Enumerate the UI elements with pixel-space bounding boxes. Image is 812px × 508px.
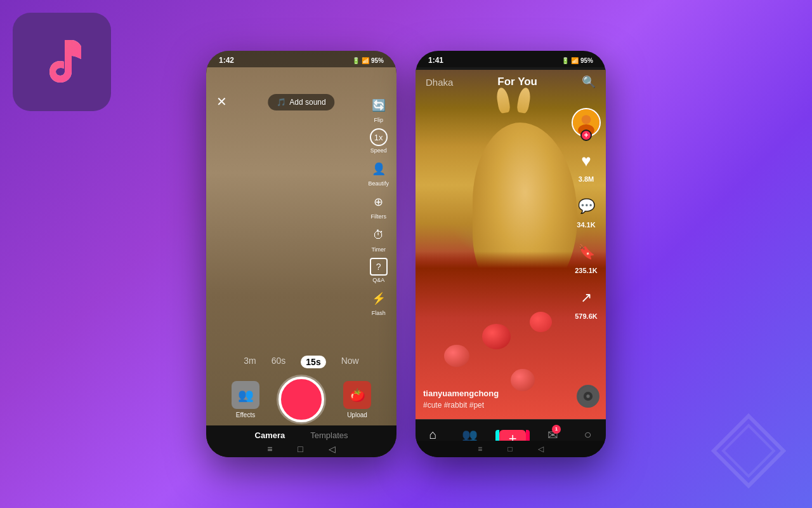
- filters-control[interactable]: ⊕ Filters: [369, 192, 389, 220]
- duration-3m[interactable]: 3m: [244, 356, 256, 368]
- feed-top-bar: Dhaka For You 🔍: [416, 70, 606, 94]
- beautify-label: Beautify: [368, 180, 389, 187]
- camera-battery: 95%: [371, 57, 384, 64]
- camera-phone: 1:42 🔋 📶 95% ✕ 🎵 Add sound 🔄 Flip 1x Sp: [206, 51, 396, 457]
- speed-label: Speed: [370, 147, 387, 154]
- effects-label: Effects: [236, 411, 255, 418]
- like-icon: ♥: [573, 147, 599, 174]
- menu-icon: ≡: [267, 444, 272, 454]
- timer-control[interactable]: ⏱ Timer: [369, 225, 389, 253]
- for-you-tab[interactable]: For You: [497, 76, 537, 88]
- feed-time: 1:41: [428, 56, 443, 65]
- record-area: 👥 Effects 🍅 Upload: [206, 377, 396, 422]
- username[interactable]: tianyuamengchong: [423, 389, 568, 398]
- share-action[interactable]: ↗ 579.6K: [573, 284, 599, 320]
- comment-icon: 💬: [573, 193, 599, 220]
- flip-control[interactable]: 🔄 Flip: [369, 95, 389, 123]
- video-info: tianyuamengchong #cute #rabbit #pet: [423, 389, 568, 410]
- timer-label: Timer: [371, 246, 386, 253]
- flash-control[interactable]: ⚡ Flash: [369, 288, 389, 316]
- duration-now[interactable]: Now: [341, 356, 359, 368]
- camera-status-icons: 🔋 📶 95%: [352, 57, 384, 64]
- comment-action[interactable]: 💬 34.1K: [573, 193, 599, 229]
- effects-button[interactable]: 👥 Effects: [232, 381, 259, 418]
- filters-icon: ⊕: [369, 192, 389, 212]
- templates-tab-label: Templates: [310, 431, 348, 440]
- close-button[interactable]: ✕: [216, 94, 227, 109]
- tomato-3: [511, 369, 535, 391]
- duration-selector: 3m 60s 15s Now: [206, 356, 396, 368]
- effects-thumbnail: 👥: [232, 381, 259, 409]
- feed-battery: 95%: [580, 57, 593, 64]
- record-button[interactable]: [278, 377, 324, 422]
- feed-menu-icon: ≡: [478, 444, 482, 453]
- add-sound-button[interactable]: 🎵 Add sound: [268, 94, 334, 110]
- tomato-1: [444, 345, 469, 367]
- beautify-icon: 👤: [369, 159, 389, 179]
- flash-icon: ⚡: [369, 288, 389, 309]
- search-icon[interactable]: 🔍: [582, 75, 596, 89]
- feed-status-bar: 1:41 🔋 📶 95%: [416, 51, 606, 67]
- hashtags: #cute #rabbit #pet: [423, 401, 568, 410]
- qa-control[interactable]: ? Q&A: [370, 258, 388, 283]
- timer-icon: ⏱: [369, 225, 389, 245]
- flip-icon: 🔄: [369, 95, 389, 116]
- camera-time: 1:42: [219, 56, 234, 65]
- duration-60s[interactable]: 60s: [272, 356, 286, 368]
- follow-button[interactable]: +: [580, 130, 592, 141]
- like-action[interactable]: ♥ 3.8M: [573, 147, 599, 183]
- svg-point-7: [586, 394, 589, 398]
- svg-point-3: [582, 115, 591, 124]
- add-sound-label: Add sound: [289, 98, 325, 107]
- location-label[interactable]: Dhaka: [426, 77, 453, 88]
- bookmark-action[interactable]: 🔖 235.1K: [573, 239, 599, 274]
- feed-right-actions: + ♥ 3.8M 💬 34.1K 🔖 235.1K ↗ 579.6K: [572, 108, 601, 320]
- friends-nav-icon: 👥: [462, 427, 478, 443]
- feed-back-icon: ◁: [538, 444, 544, 453]
- feed-phone: 1:41 🔋 📶 95% Dhaka For You 🔍: [416, 51, 606, 457]
- tomato-4: [530, 312, 552, 332]
- music-icon: 🎵: [277, 98, 286, 107]
- like-count: 3.8M: [579, 175, 594, 183]
- tiktok-icon: [30, 30, 94, 94]
- tab-templates[interactable]: Templates: [310, 431, 348, 440]
- upload-label: Upload: [347, 411, 367, 418]
- flash-label: Flash: [372, 310, 386, 316]
- phones-container: 1:42 🔋 📶 95% ✕ 🎵 Add sound 🔄 Flip 1x Sp: [206, 51, 606, 457]
- creator-avatar[interactable]: +: [572, 108, 601, 137]
- watermark: [710, 413, 787, 489]
- share-count: 579.6K: [575, 312, 597, 320]
- home-nav-icon: ⌂: [429, 427, 437, 442]
- filters-label: Filters: [370, 213, 386, 220]
- share-icon: ↗: [573, 284, 599, 311]
- tomato-2: [482, 324, 511, 349]
- camera-tab-label: Camera: [255, 431, 285, 440]
- beautify-control[interactable]: 👤 Beautify: [368, 159, 389, 187]
- inbox-wrapper: ✉ 1: [547, 427, 558, 443]
- duration-15s[interactable]: 15s: [301, 356, 325, 368]
- feed-home-icon: □: [508, 444, 512, 453]
- qa-icon: ?: [370, 258, 388, 276]
- bookmark-count: 235.1K: [575, 267, 597, 274]
- music-disc: [577, 385, 599, 408]
- camera-android-nav: ≡ □ ◁: [206, 441, 396, 457]
- upload-button[interactable]: 🍅 Upload: [343, 381, 371, 418]
- feed-android-nav: ≡ □ ◁: [416, 441, 606, 457]
- camera-controls: 🔄 Flip 1x Speed 👤 Beautify ⊕ Filters ⏱ T…: [368, 95, 389, 316]
- back-icon: ◁: [329, 444, 336, 454]
- inbox-badge: 1: [552, 425, 561, 434]
- tiktok-logo: [13, 13, 111, 111]
- upload-thumbnail: 🍅: [343, 381, 371, 409]
- feed-status-icons: 🔋 📶 95%: [561, 57, 593, 64]
- speed-control[interactable]: 1x Speed: [370, 128, 388, 154]
- comment-count: 34.1K: [577, 221, 595, 229]
- flip-label: Flip: [374, 117, 383, 123]
- qa-label: Q&A: [372, 277, 384, 283]
- camera-status-bar: 1:42 🔋 📶 95%: [206, 51, 396, 67]
- bookmark-icon: 🔖: [573, 239, 599, 265]
- speed-icon: 1x: [370, 128, 388, 146]
- home-icon: □: [298, 444, 303, 454]
- profile-nav-icon: ○: [584, 427, 592, 442]
